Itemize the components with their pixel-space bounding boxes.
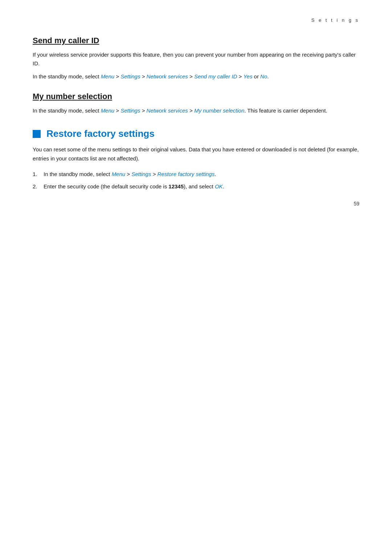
nav-end-1: . [267,73,269,79]
nav-settings-2: Settings [121,107,140,114]
restore-factory-header: Restore factory settings [33,128,359,139]
page-header: S e t t i n g s [33,17,359,23]
page-number: 59 [354,201,359,207]
nav-mynumber-2: My number selection [194,107,244,114]
list-item-1-end: . [215,171,216,177]
list-item-1-menu: Menu [112,171,126,177]
restore-factory-steps: 1. In the standby mode, select Menu > Se… [33,170,359,192]
section-send-caller-id: Send my caller ID If your wireless servi… [33,36,359,81]
nav-sep1-1: > [114,73,121,79]
nav-network-1: Network services [147,73,188,79]
section-restore-factory: Restore factory settings You can reset s… [33,128,359,191]
nav-sep4-1: > [237,73,243,79]
list-item-2-code: 12345 [168,183,184,189]
list-item-2-after: ), and select [184,183,215,189]
nav-sep2-2: > [140,107,146,114]
restore-factory-body: You can reset some of the menu settings … [33,145,359,163]
list-item-2-ok: OK [215,183,223,189]
my-number-nav: In the standby mode, select Menu > Setti… [33,106,359,115]
nav-sendcaller-1: Send my caller ID [194,73,237,79]
list-item-1-restore: Restore factory settings [158,171,215,177]
list-num-2: 2. [33,182,37,191]
nav-sep3-1: > [188,73,194,79]
list-item: 1. In the standby mode, select Menu > Se… [33,170,359,179]
list-item-1-sep2: > [151,171,157,177]
nav-prefix-1: In the standby mode, select [33,73,101,79]
nav-prefix-2: In the standby mode, select [33,107,101,114]
send-caller-id-body: If your wireless service provider suppor… [33,50,359,68]
nav-no-1: No [260,73,267,79]
nav-suffix-2: . This feature is carrier dependent. [244,107,327,114]
list-item-1-sep1: > [125,171,131,177]
nav-menu-2: Menu [101,107,115,114]
nav-settings-1: Settings [121,73,140,79]
send-caller-id-nav: In the standby mode, select Menu > Setti… [33,72,359,81]
list-item-2-end: . [223,183,224,189]
nav-yes-1: Yes [243,73,252,79]
list-item-2-before: Enter the security code (the default sec… [44,183,168,189]
nav-sep1-2: > [114,107,121,114]
list-item-1-prefix: In the standby mode, select [44,171,112,177]
page: S e t t i n g s Send my caller ID If you… [0,0,392,224]
nav-network-2: Network services [147,107,188,114]
list-item: 2. Enter the security code (the default … [33,182,359,191]
restore-factory-title: Restore factory settings [46,128,155,139]
list-item-1-settings: Settings [131,171,151,177]
blue-square-icon [33,130,41,138]
nav-sep2-1: > [140,73,146,79]
nav-or-1: or [252,73,260,79]
send-caller-id-title: Send my caller ID [33,36,359,45]
list-num-1: 1. [33,170,37,179]
section-my-number: My number selection In the standby mode,… [33,92,359,115]
my-number-title: My number selection [33,92,359,101]
nav-menu-1: Menu [101,73,115,79]
nav-sep3-2: > [188,107,194,114]
